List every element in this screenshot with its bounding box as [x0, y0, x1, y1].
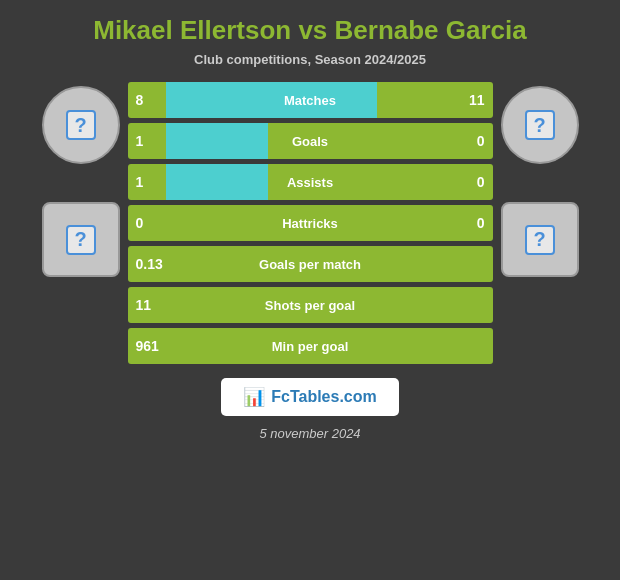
left-avatar-question-icon-2: ?	[66, 225, 96, 255]
branding-box: 📊 FcTables.com	[221, 378, 399, 416]
right-avatar-question-icon-2: ?	[525, 225, 555, 255]
goals-left-val: 1	[128, 133, 166, 149]
stat-row-goals: 1 Goals 0	[128, 123, 493, 159]
hattricks-label: Hattricks	[282, 216, 338, 231]
stat-row-shots-per-goal: 11 Shots per goal	[128, 287, 493, 323]
matches-right-val: 11	[455, 92, 493, 108]
goals-label: Goals	[292, 134, 328, 149]
left-player-avatar-bottom: ?	[42, 202, 120, 277]
stat-row-assists: 1 Assists 0	[128, 164, 493, 200]
stat-row-min-per-goal: 961 Min per goal	[128, 328, 493, 364]
comparison-area: ? ? 8 Matches 11 1 Goals 0	[10, 82, 610, 364]
right-player-avatar-bottom: ?	[501, 202, 579, 277]
matches-label: Matches	[284, 93, 336, 108]
right-player-avatar-top: ?	[501, 86, 579, 164]
assists-right-val: 0	[455, 174, 493, 190]
min-per-goal-label: Min per goal	[272, 339, 349, 354]
goals-per-match-left-val: 0.13	[128, 256, 180, 272]
left-avatar-question-icon: ?	[66, 110, 96, 140]
date-text: 5 november 2024	[259, 426, 360, 441]
shots-per-goal-label: Shots per goal	[265, 298, 355, 313]
matches-left-val: 8	[128, 92, 166, 108]
stat-row-hattricks: 0 Hattricks 0	[128, 205, 493, 241]
min-per-goal-left-val: 961	[128, 338, 167, 354]
stats-area: 8 Matches 11 1 Goals 0 1 Assists 0 0 Ha	[128, 82, 493, 364]
shots-per-goal-left-val: 11	[128, 297, 166, 313]
branding-prefix: Fc	[271, 388, 290, 405]
right-player-avatars: ? ?	[501, 86, 579, 277]
left-player-avatars: ? ?	[42, 86, 120, 277]
branding-suffix: Tables.com	[290, 388, 377, 405]
assists-label: Assists	[287, 175, 333, 190]
goals-per-match-label: Goals per match	[259, 257, 361, 272]
stat-row-matches: 8 Matches 11	[128, 82, 493, 118]
left-player-avatar-top: ?	[42, 86, 120, 164]
hattricks-right-val: 0	[455, 215, 493, 231]
page-subtitle: Club competitions, Season 2024/2025	[194, 52, 426, 67]
goals-right-val: 0	[455, 133, 493, 149]
branding-text: FcTables.com	[271, 388, 377, 406]
right-avatar-question-icon: ?	[525, 110, 555, 140]
hattricks-left-val: 0	[128, 215, 166, 231]
page-title: Mikael Ellertson vs Bernabe Garcia	[93, 15, 527, 46]
branding-chart-icon: 📊	[243, 386, 265, 408]
assists-left-val: 1	[128, 174, 166, 190]
page-container: Mikael Ellertson vs Bernabe Garcia Club …	[0, 0, 620, 580]
stat-row-goals-per-match: 0.13 Goals per match	[128, 246, 493, 282]
